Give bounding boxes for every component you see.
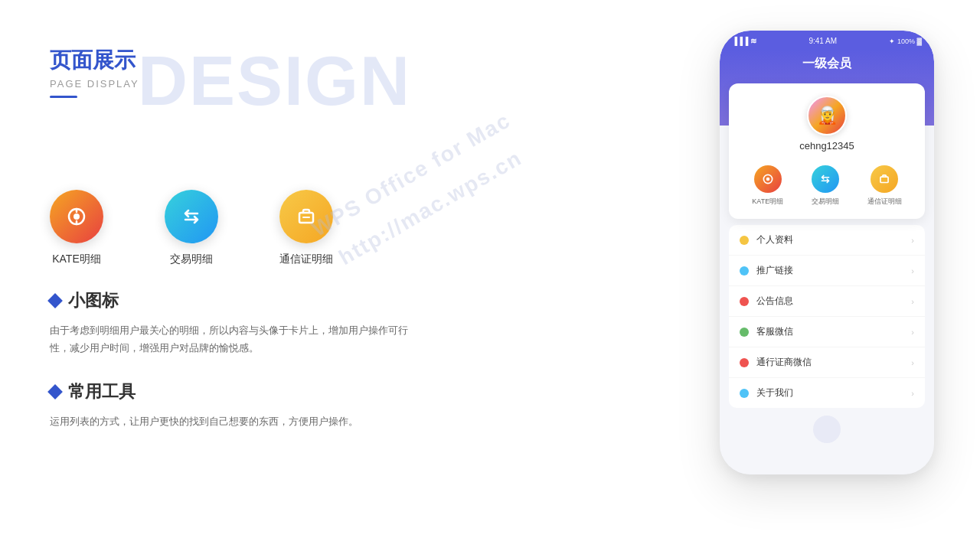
small-icons-heading: 小图标 [50,289,494,312]
small-icons-title: 小图标 [68,289,119,312]
menu-dot-pass-wechat [740,358,749,367]
username: cehng12345 [799,140,854,152]
menu-dot-notice [740,297,749,306]
mini-cert-circle [871,165,898,193]
menu-label-about: 关于我们 [756,386,903,399]
mini-trade-circle [812,165,839,193]
chevron-right-icon-3: › [911,297,914,306]
small-icons-section: 小图标 由于考虑到明细用户最关心的明细，所以内容与头像于卡片上，增加用户操作可行… [50,289,494,357]
profile-top: 🧝 cehng12345 [738,96,916,152]
menu-dot-referral [740,266,749,276]
phone-bottom [720,408,934,451]
mini-trade-label: 交易明细 [812,197,839,207]
chevron-right-icon-4: › [911,328,914,337]
phone-mockup: ▐▐▐ ≋ 9:41 AM ✦ 100% ▓ 一级会员 🧝 cehng12345 [720,31,934,474]
svg-rect-8 [880,177,888,182]
status-time: 9:41 AM [808,37,837,45]
title-underline [50,96,77,98]
menu-label-notice: 公告信息 [756,295,903,308]
status-bar: ▐▐▐ ≋ 9:41 AM ✦ 100% ▓ [720,31,934,50]
home-button[interactable] [813,416,841,443]
chevron-right-icon-2: › [911,266,914,276]
kate-icon-circle [50,190,103,243]
mini-icon-cert: 通信证明细 [867,165,902,207]
menu-item-wechat[interactable]: 客服微信 › [729,317,925,347]
chevron-right-icon-5: › [911,358,914,367]
diamond-icon-1 [47,293,63,308]
mini-cert-label: 通信证明细 [867,197,902,207]
icon-item-trade: 交易明细 [165,190,218,266]
common-tools-title: 常用工具 [68,380,136,403]
chevron-right-icon-6: › [911,389,914,398]
menu-dot-profile [740,236,749,245]
trade-icon-circle [165,190,218,243]
mini-kate-circle [754,165,782,193]
menu-item-pass-wechat[interactable]: 通行证商微信 › [729,347,925,378]
mini-icon-trade: 交易明细 [812,165,839,207]
status-signal: ▐▐▐ ≋ [732,37,756,45]
common-tools-desc: 运用列表的方式，让用户更快的找到自己想要的东西，方便用户操作。 [50,412,417,430]
chevron-right-icon: › [911,236,914,245]
kate-label: KATE明细 [52,253,101,266]
left-panel: 页面展示 PAGE DISPLAY KATE明细 [50,46,494,453]
menu-label-wechat: 客服微信 [756,325,903,338]
menu-label-profile: 个人资料 [756,233,903,246]
section-title-english: PAGE DISPLAY [50,78,494,90]
phone-screen: ▐▐▐ ≋ 9:41 AM ✦ 100% ▓ 一级会员 🧝 cehng12345 [720,31,934,474]
status-battery: ✦ 100% ▓ [889,37,922,45]
menu-item-about[interactable]: 关于我们 › [729,378,925,408]
menu-label-referral: 推广链接 [756,264,903,277]
mini-kate-label: KATE明细 [752,197,783,207]
profile-card: 🧝 cehng12345 KATE明细 [729,83,925,219]
section-title-chinese: 页面展示 [50,46,494,75]
trade-label: 交易明细 [170,253,213,266]
icon-item-kate: KATE明细 [50,190,103,266]
small-icons-desc: 由于考虑到明细用户最关心的明细，所以内容与头像于卡片上，增加用户操作可行性，减少… [50,321,417,357]
svg-point-1 [74,214,80,220]
menu-item-profile[interactable]: 个人资料 › [729,225,925,256]
mini-icon-kate: KATE明细 [752,165,783,207]
menu-dot-wechat [740,328,749,337]
mini-icons-row: KATE明细 交易明细 [738,162,916,210]
menu-label-pass-wechat: 通行证商微信 [756,356,903,369]
common-tools-heading: 常用工具 [50,380,494,403]
app-header-title: 一级会员 [732,56,922,72]
common-tools-section: 常用工具 运用列表的方式，让用户更快的找到自己想要的东西，方便用户操作。 [50,380,494,430]
menu-dot-about [740,389,749,398]
avatar: 🧝 [807,96,847,135]
svg-point-7 [766,178,770,181]
diamond-icon-2 [47,384,63,399]
menu-list: 个人资料 › 推广链接 › 公告信息 › 客服微信 › 通行证商微信 [729,225,925,408]
menu-item-referral[interactable]: 推广链接 › [729,256,925,286]
menu-item-notice[interactable]: 公告信息 › [729,286,925,317]
